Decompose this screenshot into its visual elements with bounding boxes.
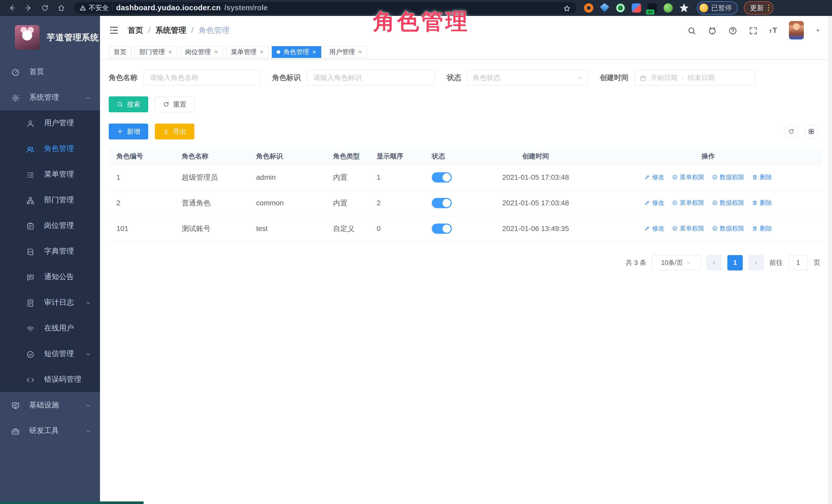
close-icon[interactable]: ✕	[312, 49, 316, 55]
sidebar-item-audit-log[interactable]: 审计日志	[0, 290, 100, 315]
address-bar[interactable]: 不安全 dashboard.yudao.iocoder.cn/system/ro…	[74, 2, 576, 14]
extension-icon[interactable]	[616, 3, 625, 12]
date-range-picker[interactable]: 开始日期 - 结束日期	[634, 70, 755, 86]
role-name-input[interactable]	[144, 70, 260, 86]
extension-icon[interactable]	[632, 3, 641, 12]
pencil-icon	[644, 200, 650, 206]
menu-permission-link[interactable]: 菜单权限	[672, 224, 704, 233]
next-page-button[interactable]: ›	[748, 255, 764, 270]
sidebar-item-departments[interactable]: 部门管理	[0, 187, 100, 213]
breadcrumb-system[interactable]: 系统管理	[155, 25, 186, 36]
browser-reload-button[interactable]	[37, 2, 52, 14]
goto-page-input[interactable]	[788, 255, 808, 270]
sidebar-item-label: 系统管理	[29, 92, 59, 103]
data-permission-link[interactable]: 数据权限	[712, 199, 744, 207]
tab-users[interactable]: 用户管理✕	[324, 46, 367, 58]
search-button[interactable]: 搜索	[109, 97, 148, 112]
extensions-puzzle-icon[interactable]	[679, 3, 689, 12]
avatar[interactable]	[789, 21, 804, 39]
browser-back-button[interactable]	[5, 2, 20, 14]
browser-menu-icon[interactable]	[768, 5, 769, 11]
edit-link[interactable]: 修改	[644, 224, 664, 233]
delete-link[interactable]: 删除	[752, 224, 772, 233]
start-date-placeholder[interactable]: 开始日期	[651, 73, 677, 82]
font-size-icon[interactable]: тT	[769, 26, 778, 35]
not-secure-indicator[interactable]: 不安全	[79, 3, 109, 12]
user-menu-caret-icon[interactable]	[815, 27, 821, 33]
close-icon[interactable]: ✕	[260, 49, 264, 55]
tab-menus[interactable]: 菜单管理✕	[226, 46, 269, 58]
extension-icon[interactable]	[664, 3, 673, 12]
edit-link[interactable]: 修改	[644, 173, 664, 181]
tab-roles[interactable]: 角色管理✕	[272, 46, 321, 58]
status-label: 状态	[447, 73, 461, 83]
calendar-icon	[640, 74, 647, 82]
role-key-input[interactable]	[307, 70, 435, 86]
page-size-select[interactable]: 10条/页	[652, 255, 701, 270]
data-permission-link[interactable]: 数据权限	[712, 224, 744, 233]
bookmark-star-icon[interactable]	[563, 3, 571, 12]
end-date-placeholder[interactable]: 结束日期	[688, 73, 714, 82]
sidebar-item-label: 角色管理	[44, 143, 74, 154]
reset-button[interactable]: 重置	[155, 97, 194, 112]
tab-posts[interactable]: 岗位管理✕	[180, 46, 223, 58]
sidebar-item-sms[interactable]: 短信管理	[0, 341, 100, 367]
browser-update-button[interactable]: 更新	[744, 1, 773, 15]
close-icon[interactable]: ✕	[358, 49, 362, 55]
extension-icon[interactable]	[600, 3, 609, 12]
extension-icon[interactable]: on	[648, 3, 657, 12]
menu-permission-link[interactable]: 菜单权限	[672, 199, 704, 207]
page-scrollbar[interactable]	[828, 16, 832, 504]
close-icon[interactable]: ✕	[214, 49, 218, 55]
sidebar-item-infrastructure[interactable]: 基础设施	[0, 392, 100, 418]
profile-paused-chip[interactable]: 已暂停	[697, 1, 738, 15]
tab-departments[interactable]: 部门管理✕	[134, 46, 177, 58]
sidebar-item-notice[interactable]: 通知公告	[0, 264, 100, 290]
sidebar-item-home[interactable]: 首页	[0, 59, 100, 85]
sidebar-item-dict[interactable]: 字典管理	[0, 238, 100, 264]
status-toggle[interactable]	[432, 198, 452, 208]
help-icon[interactable]	[728, 25, 737, 36]
refresh-icon	[788, 128, 795, 135]
breadcrumb-home[interactable]: 首页	[128, 25, 143, 36]
sidebar-item-users[interactable]: 用户管理	[0, 110, 100, 136]
sidebar-item-label: 通知公告	[44, 272, 74, 282]
column-settings-button[interactable]	[804, 125, 818, 138]
tab-home[interactable]: 首页	[109, 46, 131, 58]
sidebar-item-posts[interactable]: 岗位管理	[0, 213, 100, 238]
prev-page-button[interactable]: ‹	[706, 255, 722, 270]
close-icon[interactable]: ✕	[168, 49, 172, 55]
pencil-icon	[644, 174, 650, 180]
sidebar-item-roles[interactable]: 角色管理	[0, 136, 100, 161]
table-row: 2 普通角色 common 内置 2 2021-01-05 17:03:48 修…	[109, 190, 822, 216]
browser-home-button[interactable]	[54, 2, 69, 14]
sidebar-item-error-codes[interactable]: 错误码管理	[0, 367, 100, 392]
search-icon[interactable]	[687, 25, 696, 36]
github-icon[interactable]	[708, 25, 717, 36]
browser-forward-button[interactable]	[21, 2, 36, 14]
extension-icon[interactable]	[584, 3, 593, 12]
app-logo[interactable]: 芋道管理系统	[0, 16, 100, 59]
menu-permission-link[interactable]: 菜单权限	[672, 173, 704, 181]
export-button[interactable]: 导出	[155, 124, 194, 139]
sidebar-collapse-icon[interactable]	[109, 25, 119, 35]
status-select[interactable]: 角色状态	[467, 70, 588, 86]
fullscreen-icon[interactable]	[749, 25, 758, 36]
sidebar-item-dev-tools[interactable]: 研发工具	[0, 418, 100, 444]
status-toggle[interactable]	[432, 172, 452, 183]
sidebar-item-system[interactable]: 系统管理	[0, 85, 100, 110]
sidebar-item-online-users[interactable]: 在线用户	[0, 315, 100, 341]
delete-link[interactable]: 删除	[752, 173, 772, 181]
sidebar: 芋道管理系统 首页 系统管理 用户管理 角色管理	[0, 16, 100, 504]
page-number-1[interactable]: 1	[727, 255, 743, 270]
chevron-down-icon	[85, 350, 91, 357]
refresh-table-button[interactable]	[784, 125, 798, 138]
data-permission-link[interactable]: 数据权限	[712, 173, 744, 181]
add-button[interactable]: 新增	[109, 124, 148, 139]
gear-icon	[11, 92, 20, 102]
delete-link[interactable]: 删除	[752, 199, 772, 207]
status-toggle[interactable]	[432, 223, 452, 234]
trash-icon	[752, 200, 758, 206]
sidebar-item-menus[interactable]: 菜单管理	[0, 161, 100, 187]
edit-link[interactable]: 修改	[644, 199, 664, 207]
